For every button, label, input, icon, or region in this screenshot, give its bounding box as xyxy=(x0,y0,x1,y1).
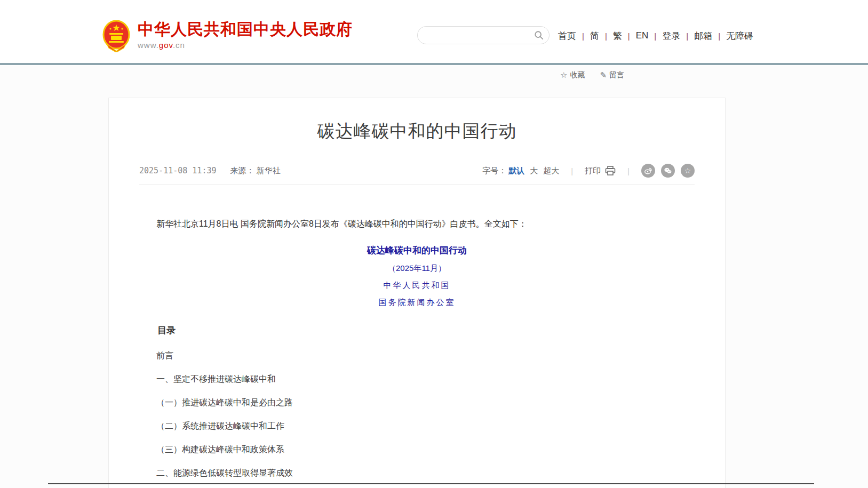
star-icon: ☆ xyxy=(684,167,691,174)
document-org-line2: 国务院新闻办公室 xyxy=(139,298,695,308)
print-label: 打印 xyxy=(585,166,601,176)
article-card: 碳达峰碳中和的中国行动 2025-11-08 11:39 来源： 新华社 字号：… xyxy=(108,98,726,488)
site-title: 中华人民共和国中央人民政府 xyxy=(138,20,353,38)
article-meta-row: 2025-11-08 11:39 来源： 新华社 字号： 默认 大 超大 | 打… xyxy=(139,164,695,178)
print-button[interactable]: 打印 xyxy=(585,166,616,176)
nav-accessibility[interactable]: 无障碍 xyxy=(726,30,753,42)
site-logo[interactable]: 中华人民共和国中央人民政府 www.gov.cn xyxy=(102,20,353,52)
comment-button[interactable]: ✎ 留言 xyxy=(600,70,624,80)
nav-separator: | xyxy=(686,31,688,41)
font-size-large-button[interactable]: 大 xyxy=(530,166,538,176)
printer-icon xyxy=(605,166,616,175)
nav-login[interactable]: 登录 xyxy=(662,30,680,42)
meta-divider xyxy=(139,184,695,185)
meta-separator: | xyxy=(627,166,630,175)
toc-item-1-1: （一）推进碳达峰碳中和是必由之路 xyxy=(139,398,695,407)
nav-simplified[interactable]: 简 xyxy=(590,30,599,42)
article-title: 碳达峰碳中和的中国行动 xyxy=(139,119,695,143)
search-box[interactable] xyxy=(417,26,550,44)
window-bottom-edge xyxy=(48,483,814,484)
share-icons: ☆ xyxy=(641,164,695,178)
intro-paragraph: 新华社北京11月8日电 国务院新闻办公室8日发布《碳达峰碳中和的中国行动》白皮书… xyxy=(139,218,695,230)
share-wechat-button[interactable] xyxy=(661,164,675,178)
toc-item-1: 一、坚定不移推进碳达峰碳中和 xyxy=(139,374,695,383)
nav-separator: | xyxy=(605,31,607,41)
nav-english[interactable]: EN xyxy=(636,30,649,41)
site-url: www.gov.cn xyxy=(138,41,353,50)
quick-actions: ☆ 收藏 ✎ 留言 xyxy=(560,70,624,80)
favorite-label: 收藏 xyxy=(570,70,585,80)
font-size-xlarge-button[interactable]: 超大 xyxy=(543,166,559,176)
article-body: 新华社北京11月8日电 国务院新闻办公室8日发布《碳达峰碳中和的中国行动》白皮书… xyxy=(139,218,695,488)
search-icon[interactable] xyxy=(534,30,544,40)
document-org-line1: 中华人民共和国 xyxy=(139,281,695,291)
nav-mail[interactable]: 邮箱 xyxy=(694,30,712,42)
nav-traditional[interactable]: 繁 xyxy=(613,30,622,42)
weibo-icon xyxy=(644,166,652,175)
nav-separator: | xyxy=(654,31,656,41)
document-title: 碳达峰碳中和的中国行动 xyxy=(139,244,695,257)
site-header: 中华人民共和国中央人民政府 www.gov.cn 首页|简|繁|EN|登录|邮箱… xyxy=(0,0,868,65)
font-size-default-button[interactable]: 默认 xyxy=(508,166,524,176)
favorite-button[interactable]: ☆ 收藏 xyxy=(560,70,585,80)
top-nav: 首页|简|繁|EN|登录|邮箱|无障碍 xyxy=(558,29,753,43)
publish-date: 2025-11-08 11:39 xyxy=(139,166,217,175)
pencil-icon: ✎ xyxy=(600,70,607,80)
font-size-label: 字号： xyxy=(482,166,506,176)
toc-item-1-3: （三）构建碳达峰碳中和政策体系 xyxy=(139,445,695,454)
document-date: （2025年11月） xyxy=(139,263,695,274)
toc-item-1-2: （二）系统推进碳达峰碳中和工作 xyxy=(139,421,695,430)
meta-separator: | xyxy=(571,166,573,175)
star-outline-icon: ☆ xyxy=(560,70,567,80)
comment-label: 留言 xyxy=(609,70,624,80)
toc-heading: 目录 xyxy=(139,324,695,337)
nav-separator: | xyxy=(718,31,720,41)
source: 来源： 新华社 xyxy=(230,166,281,176)
nav-home[interactable]: 首页 xyxy=(558,30,576,42)
toc-item-preface: 前言 xyxy=(139,351,695,360)
share-more-button[interactable]: ☆ xyxy=(681,164,695,178)
nav-separator: | xyxy=(628,31,630,41)
toc-item-2: 二、能源绿色低碳转型取得显著成效 xyxy=(139,468,695,477)
share-weibo-button[interactable] xyxy=(641,164,655,178)
search-input[interactable] xyxy=(426,31,534,39)
nav-separator: | xyxy=(582,31,584,41)
wechat-icon xyxy=(664,166,672,175)
national-emblem-icon xyxy=(102,20,130,52)
